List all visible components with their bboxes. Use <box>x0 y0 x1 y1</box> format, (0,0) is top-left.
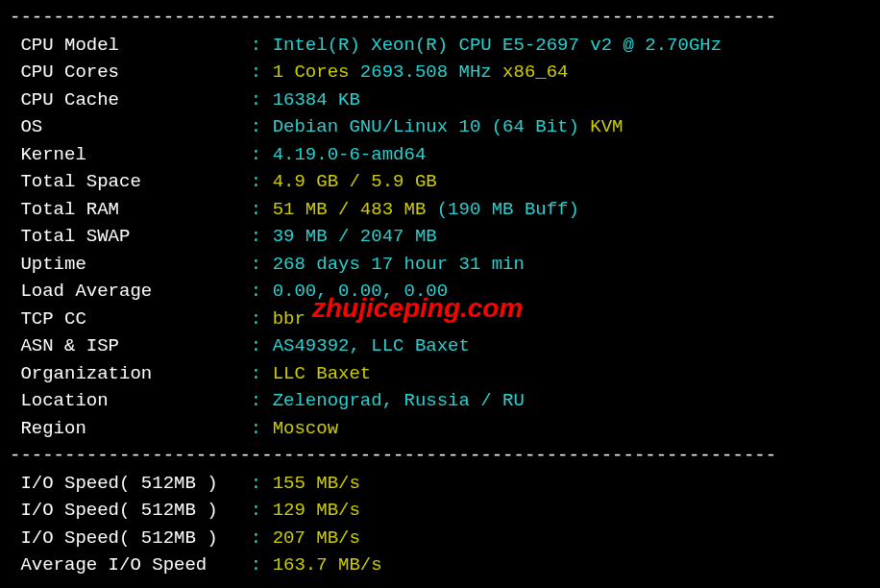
colon-separator: : <box>251 89 261 110</box>
colon-separator: : <box>251 363 261 384</box>
info-value: 4.19.0-6-amd64 <box>261 144 426 165</box>
rows-row: Total SWAP : 39 MB / 2047 MB <box>10 223 870 251</box>
info-value: x86_64 <box>492 61 569 83</box>
rows-row: Organization : LLC Baxet <box>10 360 870 388</box>
info-label: Kernel <box>10 141 251 169</box>
info-label: CPU Cache <box>10 86 251 114</box>
colon-separator: : <box>251 61 261 83</box>
info-label: Uptime <box>10 251 251 279</box>
colon-separator: : <box>251 554 261 576</box>
io_rows-row: I/O Speed( 512MB ) : 155 MB/s <box>10 470 870 498</box>
rows-row: CPU Cores : 1 Cores 2693.508 MHz x86_64 <box>10 59 870 86</box>
io_rows-row: Average I/O Speed : 163.7 MB/s <box>10 551 870 579</box>
info-value: AS49392, LLC Baxet <box>261 335 470 356</box>
io_rows-row: I/O Speed( 512MB ) : 129 MB/s <box>10 497 870 525</box>
divider-mid: ----------------------------------------… <box>10 442 870 470</box>
rows-row: Kernel : 4.19.0-6-amd64 <box>10 141 870 169</box>
info-label: Location <box>10 387 251 415</box>
rows-row: OS : Debian GNU/Linux 10 (64 Bit) KVM <box>10 113 870 141</box>
info-value: LLC Baxet <box>261 363 371 384</box>
info-label: CPU Cores <box>10 59 251 86</box>
colon-separator: : <box>251 144 261 165</box>
rows-row: CPU Model : Intel(R) Xeon(R) CPU E5-2697… <box>10 32 870 60</box>
colon-separator: : <box>251 527 261 549</box>
info-label: Total RAM <box>10 196 251 224</box>
info-value: Zelenograd, Russia / RU <box>261 390 525 411</box>
divider-bottom: ----------------------------------------… <box>10 579 870 589</box>
info-label: Total Space <box>10 168 251 196</box>
info-value: 268 days 17 hour 31 min <box>261 254 525 275</box>
info-value: bbr <box>261 308 306 330</box>
divider-top: ----------------------------------------… <box>10 4 870 32</box>
info-label: I/O Speed( 512MB ) <box>10 497 251 525</box>
rows-row: TCP CC : bbr <box>10 306 870 333</box>
colon-separator: : <box>251 335 261 356</box>
info-label: Load Average <box>10 278 251 306</box>
info-value: 129 MB/s <box>261 500 360 521</box>
rows-row: Total Space : 4.9 GB / 5.9 GB <box>10 168 870 196</box>
info-value: 155 MB/s <box>261 473 360 494</box>
info-value: 39 MB / 2047 MB <box>261 226 436 247</box>
colon-separator: : <box>251 281 261 302</box>
io_rows-row: I/O Speed( 512MB ) : 207 MB/s <box>10 525 870 552</box>
info-value: KVM <box>579 116 623 137</box>
info-label: OS <box>10 113 251 141</box>
colon-separator: : <box>251 226 261 247</box>
info-value: 0.00, 0.00, 0.00 <box>261 281 448 302</box>
colon-separator: : <box>251 199 261 220</box>
system-info-section: CPU Model : Intel(R) Xeon(R) CPU E5-2697… <box>10 32 870 443</box>
colon-separator: : <box>251 308 261 330</box>
rows-row: Region : Moscow <box>10 415 870 443</box>
colon-separator: : <box>251 254 261 275</box>
info-value: 207 MB/s <box>261 527 360 549</box>
info-label: Organization <box>10 360 251 388</box>
colon-separator: : <box>251 390 261 411</box>
colon-separator: : <box>251 418 261 439</box>
rows-row: ASN & ISP : AS49392, LLC Baxet <box>10 332 870 360</box>
info-value: 163.7 MB/s <box>261 554 381 576</box>
colon-separator: : <box>251 116 261 137</box>
info-value: 51 MB / 483 MB <box>261 199 426 220</box>
rows-row: Uptime : 268 days 17 hour 31 min <box>10 251 870 279</box>
info-value: (190 MB Buff) <box>426 199 579 220</box>
rows-row: Load Average : 0.00, 0.00, 0.00 <box>10 278 870 306</box>
info-label: Region <box>10 415 251 443</box>
info-value: 4.9 GB / 5.9 GB <box>261 171 436 192</box>
rows-row: Total RAM : 51 MB / 483 MB (190 MB Buff) <box>10 196 870 224</box>
colon-separator: : <box>251 171 261 192</box>
info-value: 16384 KB <box>261 89 360 110</box>
colon-separator: : <box>251 35 261 56</box>
info-label: TCP CC <box>10 306 251 333</box>
info-label: ASN & ISP <box>10 332 251 360</box>
info-value: Moscow <box>261 418 338 439</box>
colon-separator: : <box>251 500 261 521</box>
info-label: CPU Model <box>10 32 251 60</box>
info-label: I/O Speed( 512MB ) <box>10 470 251 498</box>
colon-separator: : <box>251 473 261 494</box>
rows-row: Location : Zelenograd, Russia / RU <box>10 387 870 415</box>
rows-row: CPU Cache : 16384 KB <box>10 86 870 114</box>
io-speed-section: I/O Speed( 512MB ) : 155 MB/s I/O Speed(… <box>10 470 870 579</box>
info-value: Debian GNU/Linux 10 (64 Bit) <box>261 116 579 137</box>
info-label: Average I/O Speed <box>10 551 251 579</box>
info-value: Intel(R) Xeon(R) CPU E5-2697 v2 @ 2.70GH… <box>261 35 721 56</box>
info-label: I/O Speed( 512MB ) <box>10 525 251 552</box>
info-label: Total SWAP <box>10 223 251 251</box>
info-value: 1 Cores <box>261 61 349 83</box>
info-value: 2693.508 MHz <box>349 61 491 83</box>
